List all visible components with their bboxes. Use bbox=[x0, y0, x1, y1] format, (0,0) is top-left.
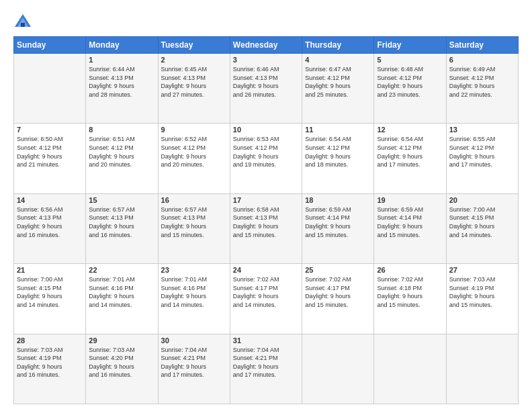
day-info: Sunrise: 6:53 AM Sunset: 4:12 PM Dayligh… bbox=[233, 135, 299, 169]
day-cell: 29Sunrise: 7:03 AM Sunset: 4:20 PM Dayli… bbox=[86, 334, 158, 404]
day-number: 19 bbox=[377, 196, 443, 204]
day-number: 12 bbox=[377, 126, 443, 134]
week-row-5: 28Sunrise: 7:03 AM Sunset: 4:19 PM Dayli… bbox=[14, 334, 519, 404]
day-info: Sunrise: 7:04 AM Sunset: 4:21 PM Dayligh… bbox=[161, 346, 227, 379]
day-cell bbox=[374, 334, 446, 404]
svg-rect-2 bbox=[21, 23, 25, 27]
day-info: Sunrise: 6:50 AM Sunset: 4:12 PM Dayligh… bbox=[17, 135, 83, 169]
day-cell: 9Sunrise: 6:52 AM Sunset: 4:12 PM Daylig… bbox=[158, 124, 230, 193]
day-cell: 5Sunrise: 6:48 AM Sunset: 4:12 PM Daylig… bbox=[374, 54, 446, 124]
day-cell: 20Sunrise: 7:00 AM Sunset: 4:15 PM Dayli… bbox=[446, 193, 518, 263]
weekday-header-saturday: Saturday bbox=[446, 37, 518, 54]
day-info: Sunrise: 7:03 AM Sunset: 4:19 PM Dayligh… bbox=[449, 275, 515, 309]
day-cell: 28Sunrise: 7:03 AM Sunset: 4:19 PM Dayli… bbox=[14, 334, 86, 404]
weekday-header-wednesday: Wednesday bbox=[230, 37, 302, 54]
day-number: 25 bbox=[305, 266, 371, 274]
day-info: Sunrise: 6:54 AM Sunset: 4:12 PM Dayligh… bbox=[377, 135, 443, 169]
day-cell: 15Sunrise: 6:57 AM Sunset: 4:13 PM Dayli… bbox=[86, 193, 158, 263]
day-cell: 31Sunrise: 7:04 AM Sunset: 4:21 PM Dayli… bbox=[230, 334, 302, 404]
day-number: 6 bbox=[449, 56, 515, 64]
day-number: 13 bbox=[449, 126, 515, 134]
day-cell: 17Sunrise: 6:58 AM Sunset: 4:13 PM Dayli… bbox=[230, 193, 302, 263]
day-info: Sunrise: 6:49 AM Sunset: 4:12 PM Dayligh… bbox=[449, 65, 515, 99]
day-number: 7 bbox=[17, 126, 83, 134]
day-info: Sunrise: 6:59 AM Sunset: 4:14 PM Dayligh… bbox=[305, 205, 371, 239]
day-number: 2 bbox=[161, 56, 227, 64]
day-number: 4 bbox=[305, 56, 371, 64]
day-number: 14 bbox=[17, 196, 83, 204]
day-cell bbox=[446, 334, 518, 404]
day-cell: 14Sunrise: 6:56 AM Sunset: 4:13 PM Dayli… bbox=[14, 193, 86, 263]
day-info: Sunrise: 7:02 AM Sunset: 4:17 PM Dayligh… bbox=[233, 275, 299, 309]
day-cell: 4Sunrise: 6:47 AM Sunset: 4:12 PM Daylig… bbox=[302, 54, 374, 124]
day-info: Sunrise: 6:59 AM Sunset: 4:14 PM Dayligh… bbox=[377, 205, 443, 239]
calendar-header: SundayMondayTuesdayWednesdayThursdayFrid… bbox=[14, 37, 519, 54]
day-info: Sunrise: 7:01 AM Sunset: 4:16 PM Dayligh… bbox=[89, 275, 154, 309]
week-row-2: 7Sunrise: 6:50 AM Sunset: 4:12 PM Daylig… bbox=[14, 124, 519, 193]
weekday-header-tuesday: Tuesday bbox=[158, 37, 230, 54]
day-number: 22 bbox=[89, 266, 154, 274]
day-cell: 30Sunrise: 7:04 AM Sunset: 4:21 PM Dayli… bbox=[158, 334, 230, 404]
day-info: Sunrise: 6:58 AM Sunset: 4:13 PM Dayligh… bbox=[233, 205, 299, 239]
day-number: 15 bbox=[89, 196, 154, 204]
day-number: 23 bbox=[161, 266, 227, 274]
day-info: Sunrise: 7:00 AM Sunset: 4:15 PM Dayligh… bbox=[449, 205, 515, 239]
day-cell: 16Sunrise: 6:57 AM Sunset: 4:13 PM Dayli… bbox=[158, 193, 230, 263]
day-info: Sunrise: 6:52 AM Sunset: 4:12 PM Dayligh… bbox=[161, 135, 227, 169]
day-cell: 22Sunrise: 7:01 AM Sunset: 4:16 PM Dayli… bbox=[86, 264, 158, 334]
week-row-4: 21Sunrise: 7:00 AM Sunset: 4:15 PM Dayli… bbox=[14, 264, 519, 334]
day-number: 3 bbox=[233, 56, 299, 64]
day-cell: 12Sunrise: 6:54 AM Sunset: 4:12 PM Dayli… bbox=[374, 124, 446, 193]
weekday-header-friday: Friday bbox=[374, 37, 446, 54]
day-info: Sunrise: 7:02 AM Sunset: 4:18 PM Dayligh… bbox=[377, 275, 443, 309]
day-number: 1 bbox=[89, 56, 154, 64]
day-number: 16 bbox=[161, 196, 227, 204]
day-number: 10 bbox=[233, 126, 299, 134]
day-number: 27 bbox=[449, 266, 515, 274]
day-info: Sunrise: 7:03 AM Sunset: 4:20 PM Dayligh… bbox=[89, 346, 154, 379]
day-cell: 23Sunrise: 7:01 AM Sunset: 4:16 PM Dayli… bbox=[158, 264, 230, 334]
day-cell: 18Sunrise: 6:59 AM Sunset: 4:14 PM Dayli… bbox=[302, 193, 374, 263]
week-row-1: 1Sunrise: 6:44 AM Sunset: 4:13 PM Daylig… bbox=[14, 54, 519, 124]
day-number: 20 bbox=[449, 196, 515, 204]
calendar-table: SundayMondayTuesdayWednesdayThursdayFrid… bbox=[13, 36, 519, 404]
day-number: 26 bbox=[377, 266, 443, 274]
day-cell: 8Sunrise: 6:51 AM Sunset: 4:12 PM Daylig… bbox=[86, 124, 158, 193]
day-info: Sunrise: 6:54 AM Sunset: 4:12 PM Dayligh… bbox=[305, 135, 371, 169]
day-cell: 7Sunrise: 6:50 AM Sunset: 4:12 PM Daylig… bbox=[14, 124, 86, 193]
day-info: Sunrise: 7:02 AM Sunset: 4:17 PM Dayligh… bbox=[305, 275, 371, 309]
day-number: 31 bbox=[233, 336, 299, 345]
day-number: 8 bbox=[89, 126, 154, 134]
weekday-row: SundayMondayTuesdayWednesdayThursdayFrid… bbox=[14, 37, 519, 54]
day-cell: 27Sunrise: 7:03 AM Sunset: 4:19 PM Dayli… bbox=[446, 264, 518, 334]
day-number: 9 bbox=[161, 126, 227, 134]
day-info: Sunrise: 6:48 AM Sunset: 4:12 PM Dayligh… bbox=[377, 65, 443, 99]
day-cell: 11Sunrise: 6:54 AM Sunset: 4:12 PM Dayli… bbox=[302, 124, 374, 193]
day-number: 28 bbox=[17, 336, 83, 345]
day-info: Sunrise: 6:55 AM Sunset: 4:12 PM Dayligh… bbox=[449, 135, 515, 169]
day-info: Sunrise: 6:46 AM Sunset: 4:13 PM Dayligh… bbox=[233, 65, 299, 99]
weekday-header-thursday: Thursday bbox=[302, 37, 374, 54]
day-number: 30 bbox=[161, 336, 227, 345]
day-number: 24 bbox=[233, 266, 299, 274]
day-info: Sunrise: 7:04 AM Sunset: 4:21 PM Dayligh… bbox=[233, 346, 299, 379]
day-cell: 2Sunrise: 6:45 AM Sunset: 4:13 PM Daylig… bbox=[158, 54, 230, 124]
day-number: 21 bbox=[17, 266, 83, 274]
day-info: Sunrise: 6:57 AM Sunset: 4:13 PM Dayligh… bbox=[161, 205, 227, 239]
day-info: Sunrise: 6:45 AM Sunset: 4:13 PM Dayligh… bbox=[161, 65, 227, 99]
calendar: SundayMondayTuesdayWednesdayThursdayFrid… bbox=[13, 36, 519, 404]
day-cell bbox=[302, 334, 374, 404]
day-number: 29 bbox=[89, 336, 154, 345]
day-info: Sunrise: 6:44 AM Sunset: 4:13 PM Dayligh… bbox=[89, 65, 154, 99]
day-cell: 1Sunrise: 6:44 AM Sunset: 4:13 PM Daylig… bbox=[86, 54, 158, 124]
day-cell: 6Sunrise: 6:49 AM Sunset: 4:12 PM Daylig… bbox=[446, 54, 518, 124]
day-cell: 13Sunrise: 6:55 AM Sunset: 4:12 PM Dayli… bbox=[446, 124, 518, 193]
day-info: Sunrise: 7:01 AM Sunset: 4:16 PM Dayligh… bbox=[161, 275, 227, 309]
logo bbox=[13, 12, 35, 31]
day-cell: 24Sunrise: 7:02 AM Sunset: 4:17 PM Dayli… bbox=[230, 264, 302, 334]
weekday-header-monday: Monday bbox=[86, 37, 158, 54]
calendar-body: 1Sunrise: 6:44 AM Sunset: 4:13 PM Daylig… bbox=[14, 54, 519, 404]
day-number: 11 bbox=[305, 126, 371, 134]
day-info: Sunrise: 7:03 AM Sunset: 4:19 PM Dayligh… bbox=[17, 346, 83, 379]
page: SundayMondayTuesdayWednesdayThursdayFrid… bbox=[0, 0, 532, 411]
